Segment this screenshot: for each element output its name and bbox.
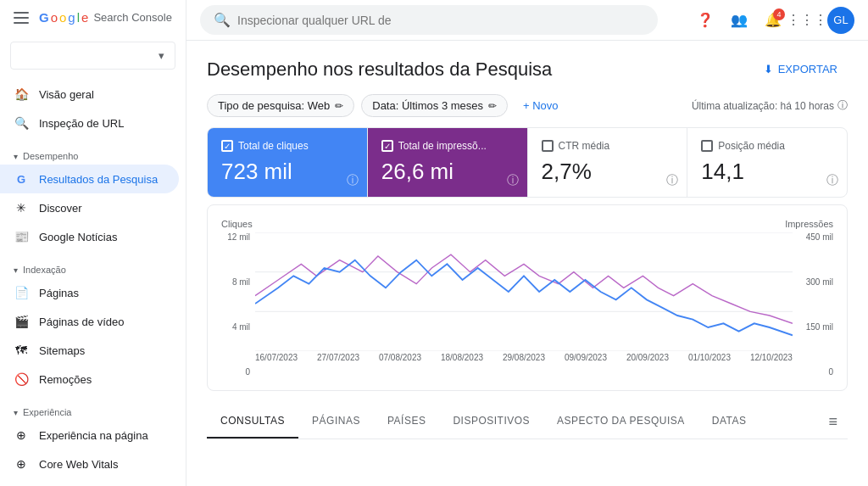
chart-svg [255,232,793,351]
page-header: Desempenho nos resultados da Pesquisa ⬇ … [207,58,848,81]
x-axis-labels: 16/07/2023 27/07/2023 07/08/2023 18/08/2… [255,353,793,362]
sidebar-item-paginas-video[interactable]: 🎬 Páginas de vídeo [0,307,179,336]
y-axis-left: 12 mil 8 mil 4 mil 0 [221,232,255,377]
nav-section-experiencia[interactable]: ▾ Experiência [0,400,186,421]
metric-value: 26,6 mi [381,159,514,185]
sidebar-item-paginas[interactable]: 📄 Páginas [0,278,179,307]
metric-header: Total de impressõ... [381,140,514,152]
notification-badge: 4 [773,8,785,20]
chevron-icon: ▾ [14,152,18,161]
metric-checkbox[interactable] [221,140,233,152]
sidebar-item-label: Páginas de vídeo [39,316,124,328]
metric-value: 14,1 [701,159,833,185]
sidebar-item-label: Inspeção de URL [39,117,124,130]
app-logo: Google Search Console [39,10,172,25]
main-content: 🔍 ❓ 👥 🔔 4 ⋮⋮⋮ GL Desempenho nos resultad… [186,0,868,486]
edit-icon: ✏ [335,100,343,112]
metric-checkbox[interactable] [381,140,393,152]
page-icon: 📄 [14,285,29,300]
tab-dispositivos[interactable]: DISPOSITIVOS [439,405,543,439]
sidebar-item-facilidade-uso[interactable]: ⊕ Facilidade de uso em di... [0,478,179,486]
info-icon[interactable]: ⓘ [837,98,848,113]
nav-section-indexacao[interactable]: ▾ Indexação [0,258,186,278]
help-icon[interactable]: ⓘ [666,173,678,188]
sidebar-item-label: Páginas [39,287,79,299]
avatar[interactable]: GL [827,7,854,34]
export-label: EXPORTAR [778,63,837,75]
sidebar-item-remocoes[interactable]: 🚫 Remoções [0,365,179,394]
search-type-filter[interactable]: Tipo de pesquisa: Web ✏ [207,94,354,117]
sidebar-item-google-noticias[interactable]: 📰 Google Notícias [0,222,179,251]
tab-consultas[interactable]: CONSULTAS [207,405,298,439]
people-icon[interactable]: 👥 [726,7,753,34]
chevron-icon: ▾ [14,265,18,275]
help-icon[interactable]: ⓘ [347,173,359,188]
help-icon[interactable]: ⓘ [826,173,838,188]
date-filter[interactable]: Data: Últimos 3 meses ✏ [361,94,508,117]
metric-label: Posição média [718,140,785,152]
chart-left-label: Cliques [221,219,253,229]
tabs-filter-action: ≡ [828,413,848,431]
metric-label: CTR média [559,140,610,152]
chart-area: 12 mil 8 mil 4 mil 0 [221,232,833,377]
sidebar-item-visao-geral[interactable]: 🏠 Visão geral [0,80,179,109]
nav-experiencia: ▾ Experiência ⊕ Experiência na página ⊕ … [0,397,186,486]
add-filter-button[interactable]: + Novo [515,95,567,116]
sidebar-item-experiencia-pagina[interactable]: ⊕ Experiência na página [0,421,179,450]
sidebar-item-core-web-vitals[interactable]: ⊕ Core Web Vitals [0,450,179,478]
metric-total-cliques[interactable]: Total de cliques 723 mil ⓘ [208,128,368,197]
sidebar-item-label: Experiência na página [39,429,148,442]
menu-icon[interactable] [14,12,29,24]
topbar-icons: ❓ 👥 🔔 4 ⋮⋮⋮ GL [692,7,854,34]
notification-icon[interactable]: 🔔 4 [760,7,787,34]
sidebar-item-discover[interactable]: ✳ Discover [0,193,179,222]
filter-label: Tipo de pesquisa: Web [218,99,330,112]
tabs-container: CONSULTAS PÁGINAS PAÍSES DISPOSITIVOS AS… [207,405,848,439]
nav-indexacao: ▾ Indexação 📄 Páginas 🎬 Páginas de vídeo… [0,254,186,397]
metric-total-impressoes[interactable]: Total de impressõ... 26,6 mi ⓘ [368,128,528,197]
export-button[interactable]: ⬇ EXPORTAR [754,58,848,81]
home-icon: 🏠 [14,87,29,102]
y-axis-right: 450 mil 300 mil 150 mil 0 [793,232,833,377]
tab-paginas[interactable]: PÁGINAS [298,405,374,439]
experience-icon: ⊕ [14,427,29,443]
sidebar-item-label: Google Notícias [39,231,118,243]
sidebar-item-label: Discover [39,202,82,215]
sidebar-item-label: Remoções [39,373,92,386]
content-area: Desempenho nos resultados da Pesquisa ⬇ … [186,41,868,486]
metric-header: Posição média [701,140,833,152]
sidebar-header: Google Search Console [0,0,186,35]
metric-posicao-media[interactable]: Posição média 14,1 ⓘ [687,128,847,197]
tab-datas[interactable]: DATAS [698,405,760,439]
property-selector[interactable]: ▾ [10,42,175,70]
filter-rows-icon[interactable]: ≡ [828,413,837,431]
nav-desempenho: ▾ Desempenho G Resultados da Pesquisa ✳ … [0,141,186,254]
remove-icon: 🚫 [14,371,29,387]
metric-checkbox[interactable] [701,140,713,152]
export-icon: ⬇ [764,63,773,75]
search-input[interactable] [237,14,644,27]
metric-ctr-media[interactable]: CTR média 2,7% ⓘ [528,128,688,197]
sidebar-item-inspecao-url[interactable]: 🔍 Inspeção de URL [0,109,179,137]
sidebar-item-sitemaps[interactable]: 🗺 Sitemaps [0,336,179,365]
metric-label: Total de impressõ... [398,140,487,152]
sidebar-item-label: Visão geral [39,88,94,101]
metric-value: 2,7% [542,159,674,185]
sidebar-item-label: Core Web Vitals [39,458,118,471]
nav-section-desempenho[interactable]: ▾ Desempenho [0,144,186,165]
metric-label: Total de cliques [238,140,309,152]
help-icon[interactable]: ⓘ [507,173,519,188]
tab-paises[interactable]: PAÍSES [374,405,439,439]
sidebar-item-resultados-pesquisa[interactable]: G Resultados da Pesquisa [0,165,179,193]
tab-aspecto-pesquisa[interactable]: ASPECTO DA PESQUISA [543,405,698,439]
sidebar: Google Search Console ▾ 🏠 Visão geral 🔍 … [0,0,186,486]
sitemap-icon: 🗺 [14,343,29,358]
chart-right-label: Impressões [785,219,833,229]
url-search-bar[interactable]: 🔍 [200,5,658,35]
apps-icon[interactable]: ⋮⋮⋮ [793,7,821,34]
metric-checkbox[interactable] [542,140,554,152]
video-icon: 🎬 [14,314,29,329]
metric-value: 723 mil [221,159,353,185]
help-icon[interactable]: ❓ [692,7,719,34]
discover-icon: ✳ [14,200,29,215]
